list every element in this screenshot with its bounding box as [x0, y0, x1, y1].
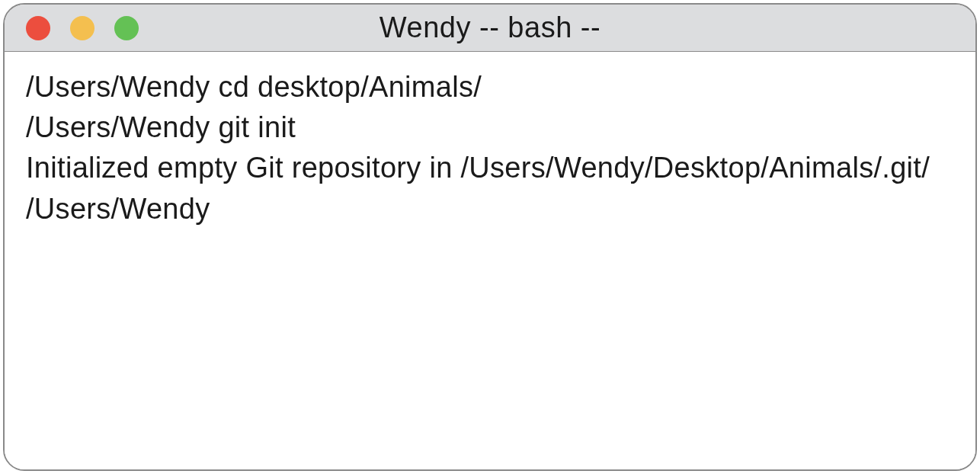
terminal-line: /Users/Wendy git init — [26, 107, 954, 148]
terminal-body[interactable]: /Users/Wendy cd desktop/Animals/ /Users/… — [5, 52, 975, 469]
terminal-line: /Users/Wendy cd desktop/Animals/ — [26, 67, 954, 107]
title-bar: Wendy -- bash -- — [5, 5, 975, 52]
terminal-line: Initialized empty Git repository in /Use… — [26, 148, 954, 188]
terminal-line: /Users/Wendy — [26, 189, 954, 229]
window-title: Wendy -- bash -- — [5, 11, 975, 44]
close-icon[interactable] — [26, 16, 50, 40]
maximize-icon[interactable] — [114, 16, 139, 40]
minimize-icon[interactable] — [70, 16, 94, 40]
terminal-window: Wendy -- bash -- /Users/Wendy cd desktop… — [3, 3, 977, 471]
traffic-lights — [5, 16, 139, 40]
